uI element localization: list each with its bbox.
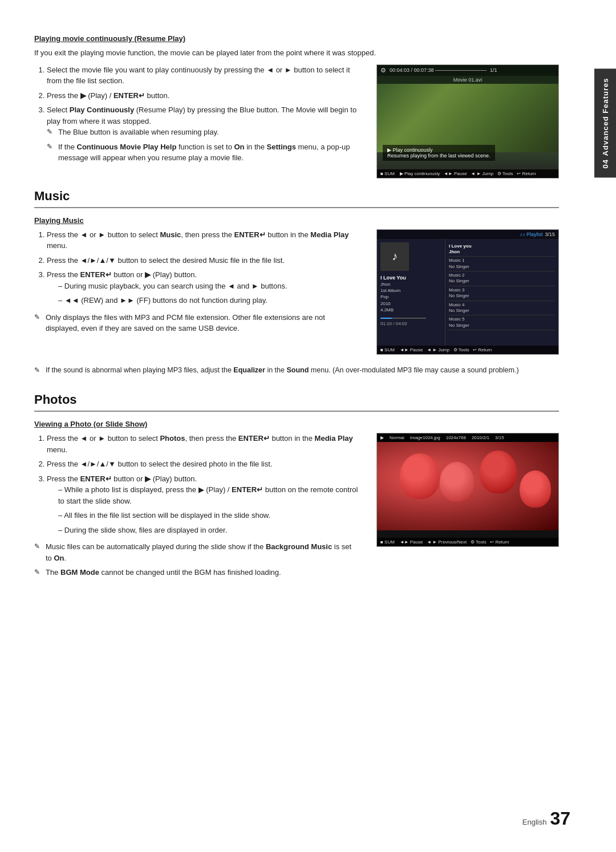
viewing-photo-title: Viewing a Photo (or Slide Show) [34, 420, 559, 428]
photo-filename: Image1024.jpg [410, 435, 440, 440]
movie-counter: 1/1 [490, 67, 497, 73]
music-playlist: I Love youJhon Music 1No Singer Music 2N… [445, 239, 558, 346]
photos-section-title: Photos [34, 392, 559, 412]
music-left-panel: ♪ I Love You Jhon 1st Album Pop 2010 4.2… [377, 239, 445, 346]
resume-note-1: The Blue button is available when resumi… [47, 127, 359, 138]
movie-screenshot: ⚙ 00:04:03 / 00:07:38 —————————— 1/1 Mov… [376, 64, 559, 178]
music-body: ♪ I Love You Jhon 1st Album Pop 2010 4.2… [377, 239, 558, 346]
step-item: Select Play Continuously (Resume Play) b… [47, 104, 359, 164]
track-size: 4.2MB [380, 307, 441, 313]
music-counter: 3/15 [545, 232, 555, 237]
music-content: ♪♪ Playlist 3/15 ♪ I Love You Jhon 1st A… [377, 230, 558, 354]
playlist-item: Music 1No Singer [449, 257, 555, 271]
movie-bottombar: ■ SUM ▶ Play continuously ◄► Pause ◄ ► J… [377, 169, 558, 178]
apple-shape [480, 451, 517, 493]
music-topbar: ♪♪ Playlist 3/15 [377, 230, 558, 239]
photo-date: 2010/2/1 [472, 435, 489, 440]
photo-resolution: 1024x768 [446, 435, 466, 440]
progress-bar-bg [380, 318, 426, 319]
resume-play-steps: Select the movie file you want to play c… [47, 64, 359, 164]
movie-controls: ■ SUM ▶ Play continuously ◄► Pause ◄ ► J… [380, 171, 536, 176]
track-artist: Jhon [380, 281, 441, 287]
photos-sub-list: While a photo list is displayed, press t… [58, 484, 359, 535]
sub-item: During the slide show, files are display… [58, 525, 359, 536]
photo-mode: Normal [390, 435, 404, 440]
playlist-item: Music 4No Singer [449, 301, 555, 316]
track-genre: Pop [380, 294, 441, 300]
page-footer: English 37 [522, 808, 570, 829]
track-title: I Love You [380, 274, 441, 282]
step-item: Press the ◄ or ► button to select Photos… [47, 433, 359, 455]
photo-topbar: ▶ Normal Image1024.jpg 1024x768 2010/2/1… [377, 433, 558, 442]
music-note-1: Only displays the files with MP3 and PCM… [34, 312, 359, 334]
movie-scene [377, 84, 558, 152]
movie-icon: ⚙ [380, 67, 386, 74]
sub-item: While a photo list is displayed, press t… [58, 484, 359, 506]
photos-section: Viewing a Photo (or Slide Show) Press th… [34, 420, 559, 582]
step-item: Select the movie file you want to play c… [47, 64, 359, 87]
overlay-line1: ▶ Play continuously [387, 147, 491, 153]
sub-item: ◄◄ (REW) and ►► (FF) buttons do not func… [58, 295, 359, 306]
music-sub-list: During music playback, you can search us… [58, 281, 359, 306]
step-item: Press the ENTER↵ button or ▶ (Play) butt… [47, 473, 359, 536]
music-progress: 01:10 / 04:02 [380, 318, 441, 326]
track-year: 2010 [380, 301, 441, 307]
playlist-item: Music 2No Singer [449, 271, 555, 286]
photos-layout: Press the ◄ or ► button to select Photos… [34, 433, 559, 582]
music-section: Playing Music Press the ◄ or ► button to… [34, 216, 559, 376]
resume-play-screenshot: ⚙ 00:04:03 / 00:07:38 —————————— 1/1 Mov… [376, 64, 559, 178]
photo-screenshot: ▶ Normal Image1024.jpg 1024x768 2010/2/1… [376, 433, 559, 547]
step-item: Press the ◄ or ► button to select Music,… [47, 229, 359, 251]
photos-note-1: Music files can be automatically played … [34, 541, 359, 563]
sub-item: All files in the file list section will … [58, 510, 359, 521]
resume-note-2: If the Continuous Movie Play Help functi… [47, 141, 359, 164]
movie-time: 00:04:03 / 00:07:38 —————————— [390, 67, 487, 73]
photo-image [377, 442, 558, 530]
music-time: 01:10 / 04:02 [380, 321, 407, 326]
step-item: Press the ◄/►/▲/▼ button to select the d… [47, 255, 359, 266]
photo-screenshot-container: ▶ Normal Image1024.jpg 1024x768 2010/2/1… [376, 433, 559, 547]
track-album: 1st Album [380, 287, 441, 294]
playlist-item: Music 3No Singer [449, 286, 555, 301]
photos-note-2: The BGM Mode cannot be changed until the… [34, 567, 359, 578]
resume-play-section: Playing movie continuously (Resume Play)… [34, 34, 559, 178]
music-screenshot: ♪♪ Playlist 3/15 ♪ I Love You Jhon 1st A… [376, 229, 559, 355]
music-text: Press the ◄ or ► button to select Music,… [34, 229, 359, 338]
photos-steps: Press the ◄ or ► button to select Photos… [47, 433, 359, 535]
photos-text: Press the ◄ or ► button to select Photos… [34, 433, 359, 582]
chapter-tab: 04 Advanced Features [594, 68, 616, 177]
resume-play-intro: If you exit the playing movie function, … [34, 47, 559, 59]
chapter-title: Advanced Features [601, 78, 610, 156]
playlist-item: Music 5No Singer [449, 315, 555, 330]
page-label: English [522, 818, 547, 826]
music-note-2: If the sound is abnormal when playing MP… [34, 365, 559, 376]
playing-music-title: Playing Music [34, 216, 559, 225]
music-layout: Press the ◄ or ► button to select Music,… [34, 229, 559, 355]
movie-overlay: ▶ Play continuously Resumes playing from… [383, 145, 495, 161]
apple-shape [520, 470, 551, 508]
resume-play-title: Playing movie continuously (Resume Play) [34, 34, 559, 43]
movie-topbar: ⚙ 00:04:03 / 00:07:38 —————————— 1/1 [377, 65, 558, 76]
photo-content: ▶ Normal Image1024.jpg 1024x768 2010/2/1… [377, 433, 558, 546]
music-controls: ■ SUM ◄► Pause ◄ ► Jump ⚙ Tools ↩ Return [380, 347, 492, 352]
apple-shape [440, 462, 474, 502]
movie-filename: Movie 01.avi [377, 76, 558, 84]
page-number: 37 [550, 808, 570, 829]
music-section-title: Music [34, 189, 559, 208]
photo-controls: ■ SUM ◄► Pause ◄ ► Previous/Next ⚙ Tools… [380, 539, 509, 545]
resume-play-text: Select the movie file you want to play c… [34, 64, 359, 169]
step-item: Press the ◄/►/▲/▼ button to select the d… [47, 459, 359, 470]
music-bottombar: ■ SUM ◄► Pause ◄ ► Jump ⚙ Tools ↩ Return [377, 346, 558, 354]
playlist-item-active: I Love youJhon [449, 242, 555, 257]
music-screenshot-container: ♪♪ Playlist 3/15 ♪ I Love You Jhon 1st A… [376, 229, 559, 355]
resume-play-layout: Select the movie file you want to play c… [34, 64, 559, 178]
apple-shape [400, 453, 440, 499]
progress-bar-fill [380, 318, 392, 319]
music-steps: Press the ◄ or ► button to select Music,… [47, 229, 359, 306]
photo-icon: ▶ [380, 435, 384, 440]
step-item: Press the ENTER↵ button or ▶ (Play) butt… [47, 269, 359, 306]
music-track-info: I Love You Jhon 1st Album Pop 2010 4.2MB [380, 274, 441, 314]
overlay-line2: Resumes playing from the last viewed sce… [387, 153, 491, 159]
photo-counter: 3/15 [495, 435, 504, 440]
chapter-number: 04 [601, 159, 610, 168]
